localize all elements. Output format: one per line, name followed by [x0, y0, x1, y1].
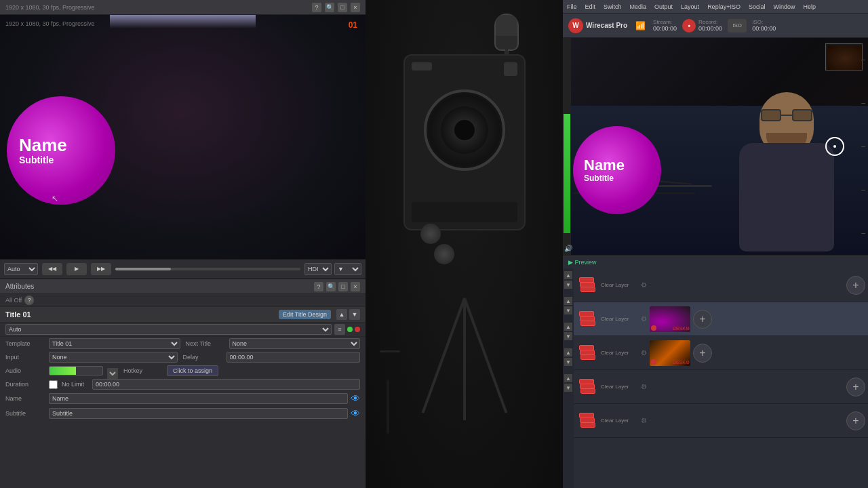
menu-switch[interactable]: Switch [604, 3, 622, 10]
icon-btn-2[interactable]: ▼ [349, 309, 360, 320]
right-tickmarks [861, 38, 868, 255]
layer-add-btn-1[interactable]: + [846, 276, 865, 295]
left-topbar: 1920 x 1080, 30 fps, Progressive ? 🔍 □ × [0, 0, 366, 15]
menu-social[interactable]: Social [749, 3, 766, 10]
menu-file[interactable]: File [567, 3, 577, 10]
layer-arrow-down-2[interactable]: ▼ [564, 306, 572, 314]
search-button[interactable]: 🔍 [325, 3, 334, 12]
layer-row-1[interactable]: Clear Layer ⚙ + [574, 268, 868, 302]
menu-media[interactable]: Media [630, 3, 647, 10]
wc-preview-container: Name Subtitle [563, 38, 868, 488]
layer-icon-3 [576, 342, 598, 364]
title-label: Title 01 [5, 310, 31, 319]
menu-output[interactable]: Output [654, 3, 673, 10]
layer-add-btn-2[interactable]: + [693, 310, 712, 329]
layer-row-3[interactable]: Clear Layer ⚙ DESK⚙ + [574, 336, 868, 370]
name-field-input[interactable] [49, 393, 348, 404]
menu-replay-iso[interactable]: Replay+ISO [707, 3, 741, 10]
quality-select[interactable]: ▼ [334, 263, 361, 275]
audio-dropdown[interactable]: ▼ [107, 365, 118, 376]
red-status-dot [355, 327, 360, 332]
menu-help[interactable]: Help [803, 3, 816, 10]
name-eye-icon[interactable]: 👁 [351, 392, 360, 405]
subtitle-field-label: Subtitle [5, 410, 46, 417]
next-title-select[interactable]: None [229, 338, 361, 349]
layer-arrow-up-5[interactable]: ▲ [564, 374, 572, 382]
minimize-button[interactable]: ? [312, 3, 321, 12]
volume-bar[interactable] [563, 38, 571, 255]
layer-arrow-down-1[interactable]: ▼ [564, 281, 572, 289]
layer-arrow-down-4[interactable]: ▼ [564, 358, 572, 366]
input-select[interactable]: None [49, 352, 178, 363]
layer-arrow-up-3[interactable]: ▲ [564, 323, 572, 331]
icon-btn-1[interactable]: ▲ [336, 309, 347, 320]
layer-add-btn-4[interactable]: + [846, 378, 865, 396]
maximize-button[interactable]: □ [338, 3, 347, 12]
template-select[interactable]: Title 01 [49, 338, 180, 349]
auto-select[interactable]: Auto [5, 324, 332, 335]
layer-arrow-up-1[interactable]: ▲ [564, 271, 572, 279]
layer-arrow-up-4[interactable]: ▲ [564, 348, 572, 357]
no-limit-checkbox[interactable] [49, 380, 58, 389]
view-select[interactable]: HDI [304, 263, 332, 275]
delay-input[interactable] [226, 352, 361, 363]
layer-add-btn-3[interactable]: + [693, 344, 712, 363]
name-field-label: Name [5, 395, 46, 402]
prev-button[interactable]: ◀◀ [42, 263, 62, 275]
layer-label-4: Clear Layer [601, 384, 638, 390]
person-area [705, 65, 854, 255]
layer-thumb-3: DESK⚙ [650, 340, 690, 366]
no-limit-label: No Limit [62, 381, 84, 388]
speaker-icon[interactable]: 🔊 [564, 245, 572, 252]
layer-gear-1[interactable]: ⚙ [641, 281, 647, 289]
camera-aperture [454, 120, 475, 140]
light-streak [110, 15, 256, 28]
stack-icon-4 [578, 378, 597, 396]
close-button[interactable]: × [351, 3, 360, 12]
record-time: 00:00:00 [698, 25, 722, 32]
layer-row-4[interactable]: Clear Layer ⚙ + [574, 370, 868, 404]
audio-hotkey-row: Audio ▼ Hotkey Click to assign [0, 364, 366, 378]
subtitle-eye-icon[interactable]: 👁 [351, 407, 360, 420]
layer-arrow-up-2[interactable]: ▲ [564, 297, 572, 305]
subtitle-field-input[interactable] [49, 408, 348, 419]
next-button[interactable]: ▶▶ [91, 263, 111, 275]
timeline-scrubber[interactable] [115, 268, 300, 270]
preview-area: 1920 x 1080, 30 fps, Progressive 01 Name… [0, 15, 366, 259]
iso-icon[interactable]: ISO [728, 19, 747, 33]
layer-row-2[interactable]: Clear Layer ⚙ DESK⚙ + [574, 302, 868, 336]
stack-layer-3-3 [580, 354, 595, 360]
layer-arrows: ▲ ▼ ▲ ▼ ▲ ▼ ▲ ▼ ▲ ▼ [563, 268, 574, 488]
layer-gear-2[interactable]: ⚙ [641, 315, 647, 323]
duration-input[interactable] [92, 379, 360, 390]
attr-search-btn[interactable]: 🔍 [326, 282, 336, 291]
layer-arrow-down-3[interactable]: ▼ [564, 332, 572, 340]
attr-close-btn[interactable]: × [351, 282, 360, 291]
playback-select[interactable]: Auto [4, 263, 38, 275]
play-button[interactable]: ▶ [66, 263, 87, 275]
stream-info: Stream: 00:00:00 [653, 19, 677, 32]
layer-gear-5[interactable]: ⚙ [641, 417, 647, 424]
attr-expand-btn[interactable]: □ [338, 282, 348, 291]
cable-1 [380, 350, 400, 352]
layer-row-5[interactable]: Clear Layer ⚙ + [574, 404, 868, 438]
assign-hotkey-button[interactable]: Click to assign [167, 365, 218, 376]
menu-edit[interactable]: Edit [585, 3, 596, 10]
layer-arrow-down-5[interactable]: ▼ [564, 384, 572, 392]
record-button[interactable]: ● [682, 19, 696, 33]
layer-add-btn-5[interactable]: + [846, 411, 865, 430]
all-off-row: All Off ? [0, 294, 366, 307]
hamburger-icon[interactable]: ≡ [334, 324, 345, 335]
attr-help-btn[interactable]: ? [314, 282, 323, 291]
menu-window[interactable]: Window [773, 3, 795, 10]
menu-layout[interactable]: Layout [681, 3, 699, 10]
help-icon[interactable]: ? [24, 296, 34, 305]
layer-gear-4[interactable]: ⚙ [641, 383, 647, 390]
wifi-icon: 📶 [633, 18, 648, 33]
layer-gear-3[interactable]: ⚙ [641, 349, 647, 357]
iso-label: ISO: [752, 19, 776, 25]
cursor-indicator: ↖ [52, 194, 58, 203]
delay-label: Delay [183, 354, 224, 361]
edit-title-button[interactable]: Edit Title Design [279, 310, 331, 319]
wc-layers-panel: ▲ ▼ ▲ ▼ ▲ ▼ ▲ ▼ ▲ ▼ [563, 268, 868, 488]
